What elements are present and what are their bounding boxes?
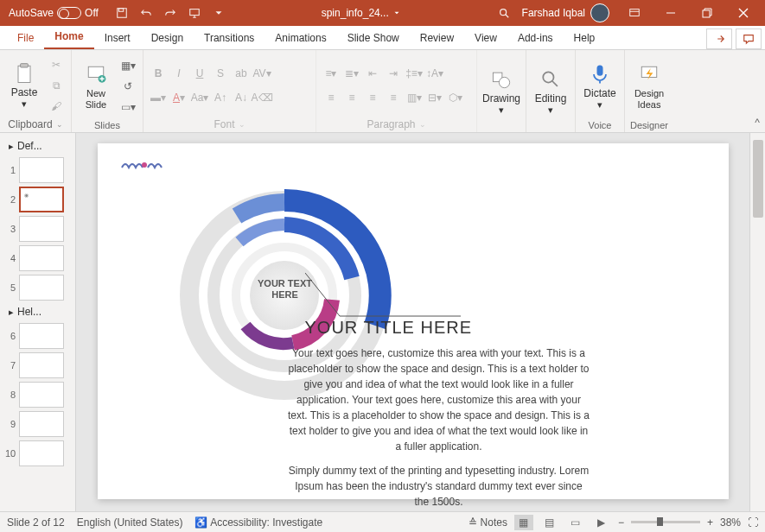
slide-thumb-2[interactable]: 2◉ (0, 185, 75, 214)
document-title[interactable]: spin_info_24... (230, 7, 493, 19)
slide-thumb-5[interactable]: 5 (0, 273, 75, 302)
character-spacing-button[interactable]: AV▾ (252, 64, 271, 83)
cut-button[interactable]: ✂ (47, 55, 66, 74)
numbering-button[interactable]: ≣▾ (342, 64, 361, 83)
body-placeholder[interactable]: Your text goes here, customize this area… (288, 345, 590, 511)
increase-font-button[interactable]: A↑ (211, 88, 230, 107)
line-spacing-button[interactable]: ‡≡▾ (405, 64, 424, 83)
language-indicator[interactable]: English (United States) (77, 516, 183, 529)
tab-view[interactable]: View (464, 27, 507, 49)
search-button[interactable] (493, 2, 515, 24)
zoom-level[interactable]: 38% (720, 516, 741, 529)
change-case-button[interactable]: Aa▾ (190, 88, 209, 107)
reading-view-button[interactable]: ▭ (566, 515, 585, 530)
slide-thumb-3[interactable]: 3 (0, 214, 75, 244)
layout-button[interactable]: ▦▾ (118, 56, 137, 75)
editing-button[interactable]: Editing▾ (532, 63, 570, 120)
slide-thumb-10[interactable]: 10 (0, 439, 75, 468)
slide-canvas[interactable]: YOUR TEXT HERE YOUR TITLE HERE Your text… (98, 143, 729, 499)
zoom-slider[interactable] (631, 521, 700, 523)
tab-animations[interactable]: Animations (265, 27, 336, 49)
clear-format-button[interactable]: A⌫ (252, 88, 271, 107)
restore-button[interactable] (689, 0, 725, 26)
highlight-button[interactable]: ▬▾ (149, 88, 168, 107)
underline-button[interactable]: U (190, 64, 209, 83)
section-header[interactable]: ▸ Hel... (0, 302, 75, 321)
slide-thumb-8[interactable]: 8 (0, 380, 75, 409)
redo-button[interactable] (159, 2, 182, 24)
zoom-in-button[interactable]: + (707, 516, 713, 529)
drawing-button[interactable]: Drawing▾ (482, 63, 520, 120)
tab-slide-show[interactable]: Slide Show (337, 27, 410, 49)
design-ideas-button[interactable]: Design Ideas (630, 58, 668, 115)
dictate-button[interactable]: Dictate▾ (581, 58, 619, 115)
account-button[interactable]: Farshad Iqbal (515, 3, 616, 22)
share-button[interactable] (706, 28, 732, 49)
slide-thumb-1[interactable]: 1 (0, 155, 75, 185)
normal-view-button[interactable]: ▦ (514, 515, 533, 530)
justify-button[interactable]: ≡ (384, 88, 403, 107)
tab-insert[interactable]: Insert (94, 27, 141, 49)
align-right-button[interactable]: ≡ (363, 88, 382, 107)
decrease-indent-button[interactable]: ⇤ (363, 64, 382, 83)
italic-button[interactable]: I (169, 64, 188, 83)
save-button[interactable] (111, 2, 133, 24)
ribbon-display-button[interactable] (616, 0, 653, 26)
autosave-toggle[interactable]: AutoSave Off (3, 7, 104, 19)
undo-button[interactable] (135, 2, 157, 24)
tab-transitions[interactable]: Transitions (194, 27, 265, 49)
collapse-ribbon-button[interactable]: ^ (755, 117, 760, 129)
svg-rect-1 (118, 9, 123, 12)
scrollbar-thumb[interactable] (753, 140, 763, 218)
text-direction-button[interactable]: ↕A▾ (425, 64, 444, 83)
section-header[interactable]: ▸ Def... (0, 136, 75, 155)
reset-button[interactable]: ↺ (118, 77, 137, 96)
slide-panel[interactable]: ▸ Def... 1 2◉ 3 4 5 ▸ Hel... 6 7 8 9 10 (0, 133, 76, 511)
shadow-button[interactable]: ab (232, 64, 251, 83)
font-color-button[interactable]: A▾ (169, 88, 188, 107)
tab-review[interactable]: Review (410, 27, 464, 49)
bullets-button[interactable]: ≡▾ (322, 64, 341, 83)
tab-home[interactable]: Home (44, 25, 93, 49)
slide-counter[interactable]: Slide 2 of 12 (7, 516, 65, 529)
minimize-button[interactable] (653, 0, 689, 26)
zoom-out-button[interactable]: − (618, 516, 624, 529)
align-text-button[interactable]: ⊟▾ (425, 88, 444, 107)
tab-help[interactable]: Help (564, 27, 606, 49)
format-painter-button[interactable]: 🖌 (47, 97, 66, 116)
slide-thumb-6[interactable]: 6 (0, 321, 75, 351)
increase-indent-button[interactable]: ⇥ (384, 64, 403, 83)
dialog-launcher-icon[interactable]: ⌄ (419, 120, 426, 129)
columns-button[interactable]: ▥▾ (405, 88, 424, 107)
copy-button[interactable]: ⧉ (47, 76, 66, 95)
qat-more-button[interactable] (207, 2, 230, 24)
slide-thumb-9[interactable]: 9 (0, 409, 75, 439)
smartart-button[interactable]: ⬡▾ (446, 88, 465, 107)
sorter-view-button[interactable]: ▤ (540, 515, 559, 530)
tab-add-ins[interactable]: Add-ins (507, 27, 564, 49)
align-center-button[interactable]: ≡ (342, 88, 361, 107)
close-button[interactable] (725, 0, 762, 26)
comments-button[interactable] (736, 28, 762, 49)
slideshow-view-button[interactable]: ▶ (592, 515, 611, 530)
align-left-button[interactable]: ≡ (322, 88, 341, 107)
present-button[interactable] (183, 2, 206, 24)
vertical-scrollbar[interactable] (749, 133, 765, 511)
paste-button[interactable]: Paste▾ (5, 57, 43, 114)
tab-file[interactable]: File (7, 27, 44, 49)
tab-design[interactable]: Design (141, 27, 194, 49)
strikethrough-button[interactable]: S (211, 64, 230, 83)
title-placeholder[interactable]: YOUR TITLE HERE (305, 318, 473, 338)
new-slide-button[interactable]: New Slide (77, 58, 115, 115)
accessibility-checker[interactable]: ♿ Accessibility: Investigate (194, 516, 322, 529)
section-button[interactable]: ▭▾ (118, 98, 137, 117)
fit-to-window-button[interactable]: ⛶ (748, 516, 758, 529)
slide-editor[interactable]: YOUR TEXT HERE YOUR TITLE HERE Your text… (76, 133, 749, 511)
notes-button[interactable]: ≙ Notes (469, 516, 507, 529)
decrease-font-button[interactable]: A↓ (232, 88, 251, 107)
slide-thumb-4[interactable]: 4 (0, 244, 75, 273)
slide-thumb-7[interactable]: 7 (0, 351, 75, 380)
dialog-launcher-icon[interactable]: ⌄ (239, 120, 245, 129)
dialog-launcher-icon[interactable]: ⌄ (56, 120, 63, 129)
bold-button[interactable]: B (149, 64, 168, 83)
